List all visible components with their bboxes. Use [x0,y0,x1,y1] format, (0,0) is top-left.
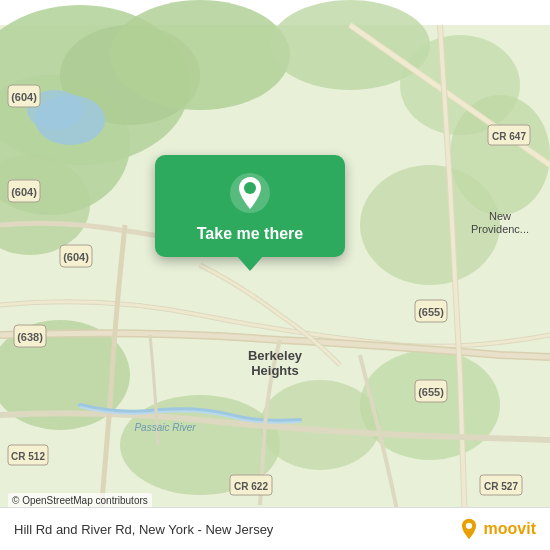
svg-text:CR 527: CR 527 [484,481,518,492]
svg-text:CR 647: CR 647 [492,131,526,142]
take-me-there-button[interactable]: Take me there [197,225,303,243]
svg-text:(655): (655) [418,306,444,318]
moovit-pin-icon [458,518,480,540]
svg-text:CR 512: CR 512 [11,451,45,462]
svg-point-42 [244,182,256,194]
address-label: Hill Rd and River Rd, New York - New Jer… [14,522,458,537]
svg-text:(604): (604) [11,186,37,198]
svg-text:(638): (638) [17,331,43,343]
svg-text:New: New [489,210,511,222]
moovit-brand-text: moovit [484,520,536,538]
moovit-logo: moovit [458,518,536,540]
svg-text:Heights: Heights [251,363,299,378]
map-container: (604) (604) (604) (638) (655) (655) CR 6… [0,0,550,550]
svg-text:(604): (604) [11,91,37,103]
svg-text:Providenc...: Providenc... [471,223,529,235]
svg-point-4 [110,0,290,110]
svg-text:Berkeley: Berkeley [248,348,303,363]
svg-text:(655): (655) [418,386,444,398]
location-pin-icon [228,171,272,215]
popup-card: Take me there [155,155,345,257]
map-attribution: © OpenStreetMap contributors [8,493,152,508]
svg-text:(604): (604) [63,251,89,263]
svg-text:CR 622: CR 622 [234,481,268,492]
svg-text:Passaic River: Passaic River [134,422,196,433]
bottom-bar: Hill Rd and River Rd, New York - New Jer… [0,507,550,550]
svg-point-43 [465,523,471,529]
